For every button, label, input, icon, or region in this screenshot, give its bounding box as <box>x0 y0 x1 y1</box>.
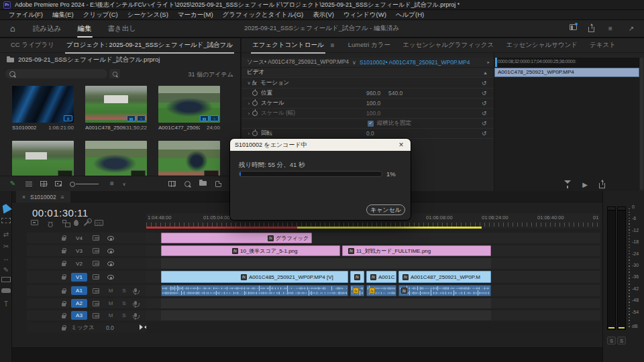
panel-menu-icon[interactable]: ≡ <box>61 194 64 200</box>
track-lane-A1[interactable]: fxfxfx <box>146 285 600 296</box>
mic-icon[interactable] <box>134 301 137 305</box>
eye-icon[interactable] <box>107 275 114 280</box>
target-clip-label[interactable]: S1010002• A001C478_250921_WP0P.MP4 <box>360 59 470 66</box>
keyframe-area[interactable] <box>494 77 639 191</box>
nest-icon[interactable] <box>31 220 38 225</box>
reset-icon[interactable]: ↺ <box>482 90 487 97</box>
reset-icon[interactable]: ↺ <box>482 120 487 127</box>
dialog-titlebar[interactable]: S1010002 をエンコード中 × <box>230 139 411 151</box>
workspace-menu-icon[interactable]: ≡ <box>606 24 615 33</box>
track-label-V1[interactable]: V1 <box>71 273 87 282</box>
sequence-tab[interactable]: × S1010002 ≡ <box>16 191 70 202</box>
solo-right-button[interactable]: S <box>617 337 626 345</box>
solo-button[interactable]: S <box>121 288 127 294</box>
effect-timeline-ruler[interactable]: :0000:08;32:0000:17;04:0000:25;36:0000: <box>494 58 639 68</box>
track-lane-V1[interactable]: fxA001C485_250921_WP0P.MP4 [V]fxfxA001Cf… <box>146 271 600 283</box>
solo-button[interactable]: S <box>121 312 127 318</box>
ripple-edit-tool[interactable]: ⇄ <box>1 230 11 239</box>
menu-item[interactable]: 編集(E) <box>48 11 78 19</box>
timeline-clip[interactable]: fx10_後半スコア_5-1.png <box>161 245 340 256</box>
timeline-clip[interactable] <box>161 285 348 296</box>
aspect-lock-checkbox[interactable]: ✓ <box>368 121 374 127</box>
param-value[interactable]: 100.0 <box>366 100 380 107</box>
reset-icon[interactable]: ↺ <box>482 130 487 137</box>
play-around-icon[interactable]: ▸ <box>487 60 490 65</box>
track-lane-V4[interactable]: fxグラフィック <box>146 233 600 243</box>
share-icon[interactable] <box>588 27 594 32</box>
rectangle-tool[interactable] <box>1 277 11 282</box>
funnel-icon[interactable] <box>564 180 571 184</box>
timeline-clip[interactable]: fx <box>366 285 396 296</box>
panel-tab[interactable]: テキスト <box>588 38 617 52</box>
lock-icon[interactable] <box>62 290 66 294</box>
stopwatch-icon[interactable] <box>252 90 258 96</box>
mute-button[interactable]: M <box>107 300 114 306</box>
mic-icon[interactable] <box>134 288 137 292</box>
captions-icon[interactable]: CC <box>95 220 103 226</box>
eye-icon[interactable] <box>107 249 114 253</box>
type-tool[interactable]: T <box>1 300 11 308</box>
param-value[interactable]: 0.0 <box>366 130 374 137</box>
freeform-view-icon[interactable] <box>55 181 62 186</box>
timeline-clip[interactable]: fxA001C485_250921_WP0P.MP4 [V] <box>161 271 348 283</box>
effect-section-row[interactable]: ビデオ▲ <box>241 68 494 78</box>
patch-icon[interactable] <box>93 248 99 253</box>
patch-icon[interactable] <box>93 235 99 241</box>
automate-sequence-icon[interactable] <box>168 181 176 186</box>
stopwatch-icon[interactable] <box>252 111 258 116</box>
eye-icon[interactable] <box>107 236 114 241</box>
eye-icon[interactable] <box>107 261 114 266</box>
solo-left-button[interactable]: S <box>607 337 616 345</box>
effect-row-スケール (幅)[interactable]: ›スケール (幅)100.0↺ <box>241 109 494 119</box>
folder-up-icon[interactable] <box>7 58 14 62</box>
new-item-icon[interactable] <box>215 181 221 187</box>
stopwatch-icon[interactable] <box>252 101 258 106</box>
mute-button[interactable]: M <box>107 288 114 294</box>
reset-icon[interactable]: ↺ <box>482 110 487 117</box>
snap-icon[interactable]: Ω <box>46 220 55 229</box>
project-item[interactable] <box>158 141 220 176</box>
panel-tab[interactable]: エフェクトコントロール <box>251 38 325 52</box>
track-label-V4[interactable]: V4 <box>71 234 87 243</box>
mic-icon[interactable] <box>134 313 137 317</box>
track-label-A1[interactable]: A1 <box>71 286 87 295</box>
project-item[interactable]: ▮▮∿A001C478_25092...31;50;22 <box>85 86 147 131</box>
sort-icon[interactable]: ≡ <box>107 180 117 188</box>
lock-icon[interactable] <box>62 237 66 241</box>
project-item[interactable]: ≣S10100021:06:21:00 <box>12 86 74 131</box>
track-label-A2[interactable]: A2 <box>71 299 87 308</box>
chevron-down-icon[interactable]: ∨ <box>352 60 356 66</box>
pen-tool[interactable]: ✎ <box>1 265 11 274</box>
workspace-tab-読み込み[interactable]: 読み込み <box>32 21 62 37</box>
selection-tool[interactable] <box>0 202 12 213</box>
window-titlebar[interactable]: Pr Adobe Premiere Pro 2024 - E:\後志インテルFC… <box>0 0 644 10</box>
quick-export-icon[interactable] <box>570 24 577 30</box>
track-lane-V2[interactable] <box>146 258 600 269</box>
track-label-V2[interactable]: V2 <box>71 259 87 268</box>
mix-value[interactable]: 0.0 <box>106 324 114 331</box>
lock-icon[interactable] <box>62 303 66 306</box>
cancel-button[interactable]: キャンセル <box>366 204 405 215</box>
more-panels-icon[interactable]: » <box>225 42 235 50</box>
menu-item[interactable]: ウィンドウ(W) <box>339 11 391 19</box>
panel-tab[interactable]: Lumetri カラー <box>347 38 392 52</box>
param-value[interactable]: 960.0 <box>366 90 380 97</box>
timeline-clip[interactable]: fx11_対戦カード_FULLTIME.png <box>342 245 491 256</box>
menu-item[interactable]: ヘルプ(H) <box>391 11 429 19</box>
hand-tool[interactable] <box>1 288 11 293</box>
effect-row-位置[interactable]: 位置960.0540.0↺ <box>241 88 494 99</box>
expander-icon[interactable]: › <box>246 131 252 136</box>
edit-pencil-icon[interactable]: ✎ <box>8 180 17 188</box>
reset-icon[interactable]: ↺ <box>482 80 487 86</box>
settings-wrench-icon[interactable] <box>84 221 89 226</box>
lock-icon[interactable] <box>62 276 66 280</box>
timeline-clip[interactable]: fxA001C487_250921_WP0P.M <box>398 271 491 283</box>
export-frame-icon[interactable] <box>599 183 605 188</box>
playback-icon[interactable]: ▶ <box>580 180 590 189</box>
project-item[interactable] <box>12 141 74 176</box>
project-item[interactable]: ▮▮∿A001C477_250921_...24;00 <box>158 86 220 131</box>
menu-item[interactable]: シーケンス(S) <box>123 11 173 19</box>
expander-icon[interactable]: ∨ <box>246 80 252 86</box>
search-bin-icon[interactable] <box>109 69 120 78</box>
search-icon[interactable] <box>184 181 191 187</box>
